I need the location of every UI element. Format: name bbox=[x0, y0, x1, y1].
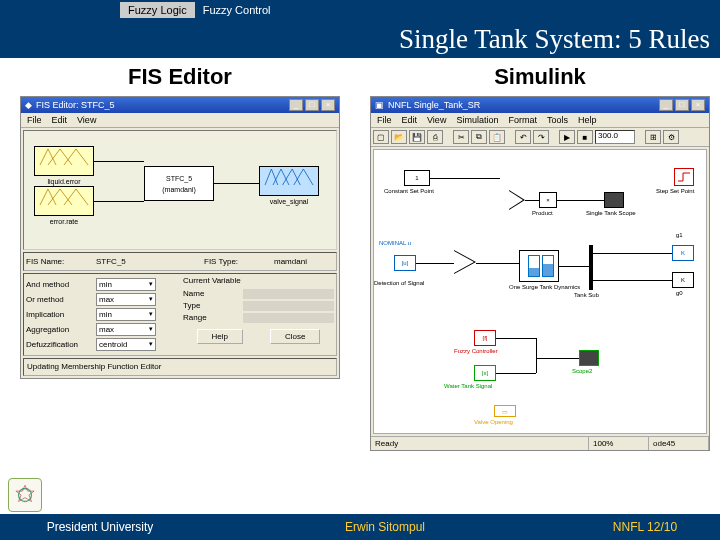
footer: President University Erwin Sitompul NNFL… bbox=[0, 514, 720, 540]
valve-block[interactable]: ▭ bbox=[494, 405, 516, 417]
fis-window-title: FIS Editor: STFC_5 bbox=[36, 100, 115, 110]
sim-close-button[interactable]: × bbox=[691, 99, 705, 111]
sim-menu-format[interactable]: Format bbox=[508, 115, 537, 125]
save-icon[interactable]: 💾 bbox=[409, 130, 425, 144]
sim-time-field[interactable]: 300.0 bbox=[595, 130, 635, 144]
fis-window: ◆ FIS Editor: STFC_5 _ □ × File Edit Vie… bbox=[20, 96, 340, 379]
sim-status-ready: Ready bbox=[371, 437, 589, 450]
detection-label: Detection of Signal bbox=[374, 280, 424, 286]
sim-toolbar: ▢ 📂 💾 ⎙ ✂ ⧉ 📋 ↶ ↷ ▶ ■ 300.0 ⊞ ⚙ bbox=[371, 128, 709, 147]
sim-minimize-button[interactable]: _ bbox=[659, 99, 673, 111]
valve-label: Valve Opening bbox=[474, 419, 513, 425]
scope2-block[interactable] bbox=[579, 350, 599, 366]
step-label: Step Set Point bbox=[656, 188, 694, 194]
fis-rule-block[interactable]: STFC_5 (mamdani) bbox=[144, 166, 214, 201]
mux-block[interactable] bbox=[589, 245, 593, 290]
fis-heading: FIS Editor bbox=[128, 64, 232, 90]
footer-center: Erwin Sitompul bbox=[200, 520, 570, 534]
sim-menu-view[interactable]: View bbox=[427, 115, 446, 125]
undo-icon[interactable]: ↶ bbox=[515, 130, 531, 144]
sim-maximize-button[interactable]: □ bbox=[675, 99, 689, 111]
cut-icon[interactable]: ✂ bbox=[453, 130, 469, 144]
water-signal-block[interactable]: [s] bbox=[474, 365, 496, 381]
copy-icon[interactable]: ⧉ bbox=[471, 130, 487, 144]
fis-output[interactable]: valve_signal bbox=[259, 166, 319, 196]
cv-name bbox=[243, 289, 334, 299]
minimize-button[interactable]: _ bbox=[289, 99, 303, 111]
nominal-block[interactable]: [u] bbox=[394, 255, 416, 271]
sim-status-solver: ode45 bbox=[649, 437, 709, 450]
wire bbox=[214, 183, 259, 184]
menu-file[interactable]: File bbox=[27, 115, 42, 125]
play-icon[interactable]: ▶ bbox=[559, 130, 575, 144]
sim-titlebar[interactable]: ▣ NNFL Single_Tank_SR _ □ × bbox=[371, 97, 709, 113]
cv-type bbox=[243, 301, 334, 311]
right-column: Simulink ▣ NNFL Single_Tank_SR _ □ × Fil… bbox=[360, 58, 720, 478]
mux-label: Tank Sub bbox=[574, 292, 599, 298]
product-label: Product bbox=[532, 210, 553, 216]
simulink-window: ▣ NNFL Single_Tank_SR _ □ × File Edit Vi… bbox=[370, 96, 710, 451]
paste-icon[interactable]: 📋 bbox=[489, 130, 505, 144]
g1-block[interactable]: K bbox=[672, 245, 694, 261]
fis-menubar: File Edit View bbox=[21, 113, 339, 128]
maximize-button[interactable]: □ bbox=[305, 99, 319, 111]
redo-icon[interactable]: ↷ bbox=[533, 130, 549, 144]
sim-menu-simulation[interactable]: Simulation bbox=[456, 115, 498, 125]
university-logo-icon bbox=[8, 478, 42, 512]
sim-status-pct: 100% bbox=[589, 437, 649, 450]
open-icon[interactable]: 📂 bbox=[391, 130, 407, 144]
or-method-dropdown[interactable]: max bbox=[96, 293, 156, 306]
svg-point-0 bbox=[19, 489, 32, 502]
fis-status: Updating Membership Function Editor bbox=[23, 358, 337, 376]
scope-label: Single Tank Scope bbox=[586, 210, 636, 216]
sim-canvas[interactable]: 1 Constant Set Point Step Set Point × Pr… bbox=[373, 149, 707, 434]
sim-statusbar: Ready 100% ode45 bbox=[371, 436, 709, 450]
and-method-dropdown[interactable]: min bbox=[96, 278, 156, 291]
fuzzy-block[interactable]: [f] bbox=[474, 330, 496, 346]
tank-label: One Surge Tank Dynamics bbox=[509, 284, 569, 290]
matlab-icon: ◆ bbox=[25, 100, 32, 110]
sim-menu-help[interactable]: Help bbox=[578, 115, 597, 125]
scope2-label: Scope2 bbox=[572, 368, 592, 374]
slide-title: Single Tank System: 5 Rules bbox=[399, 24, 710, 55]
defuzz-dropdown[interactable]: centroid bbox=[96, 338, 156, 351]
sim-menu-tools[interactable]: Tools bbox=[547, 115, 568, 125]
fis-close-button[interactable]: Close bbox=[270, 329, 320, 344]
wire bbox=[94, 161, 144, 162]
constant-block[interactable]: 1 bbox=[404, 170, 430, 186]
new-icon[interactable]: ▢ bbox=[373, 130, 389, 144]
print-icon[interactable]: ⎙ bbox=[427, 130, 443, 144]
g2-block[interactable]: K bbox=[672, 272, 694, 288]
lib-icon[interactable]: ⊞ bbox=[645, 130, 661, 144]
scope-block[interactable] bbox=[604, 192, 624, 208]
tank-block[interactable] bbox=[519, 250, 559, 282]
implication-dropdown[interactable]: min bbox=[96, 308, 156, 321]
g1-label: g1 bbox=[676, 232, 683, 238]
sim-menu-edit[interactable]: Edit bbox=[402, 115, 418, 125]
help-button[interactable]: Help bbox=[197, 329, 243, 344]
step-block[interactable] bbox=[674, 168, 694, 186]
g2-label: g0 bbox=[676, 290, 683, 296]
aggregation-dropdown[interactable]: max bbox=[96, 323, 156, 336]
nominal-label: NOMINAL u bbox=[379, 240, 411, 246]
product-block[interactable]: × bbox=[539, 192, 557, 208]
model-icon[interactable]: ⚙ bbox=[663, 130, 679, 144]
fis-input-1[interactable]: liquid.error bbox=[34, 146, 94, 176]
constant-label: Constant Set Point bbox=[384, 188, 434, 194]
menu-view[interactable]: View bbox=[77, 115, 96, 125]
close-button[interactable]: × bbox=[321, 99, 335, 111]
footer-left: President University bbox=[0, 520, 200, 534]
slide-title-bar: Single Tank System: 5 Rules bbox=[0, 20, 720, 58]
fis-titlebar[interactable]: ◆ FIS Editor: STFC_5 _ □ × bbox=[21, 97, 339, 113]
breadcrumb-bar: Fuzzy Logic Fuzzy Control bbox=[0, 0, 720, 20]
fuzzy-label: Fuzzy Controller bbox=[454, 348, 498, 354]
breadcrumb-1: Fuzzy Logic bbox=[120, 2, 195, 18]
stop-icon[interactable]: ■ bbox=[577, 130, 593, 144]
sim-menu-file[interactable]: File bbox=[377, 115, 392, 125]
menu-edit[interactable]: Edit bbox=[52, 115, 68, 125]
sim-window-title: NNFL Single_Tank_SR bbox=[388, 100, 480, 110]
fis-input-2[interactable]: error.rate bbox=[34, 186, 94, 216]
breadcrumb-2: Fuzzy Control bbox=[195, 2, 279, 18]
sim-menubar: File Edit View Simulation Format Tools H… bbox=[371, 113, 709, 128]
footer-right: NNFL 12/10 bbox=[570, 520, 720, 534]
